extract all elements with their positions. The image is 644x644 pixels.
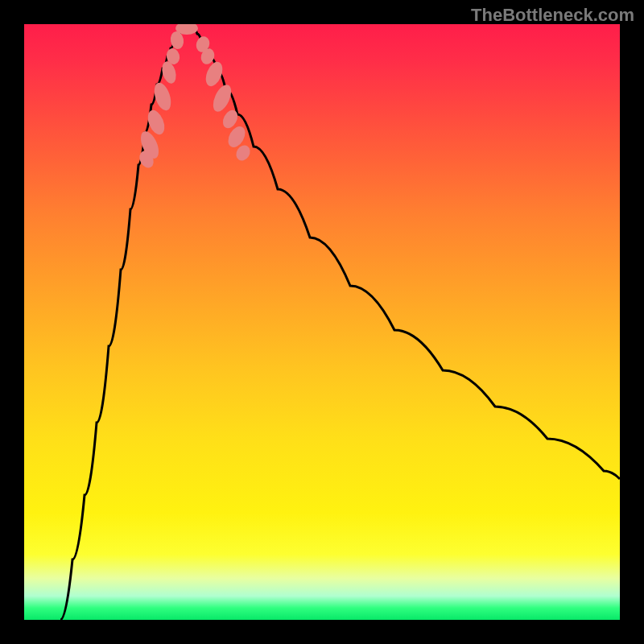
watermark-text: TheBottleneck.com: [471, 5, 634, 26]
chart-svg-overlay: [24, 24, 620, 620]
curve-left-branch: [60, 28, 182, 620]
curve-right-branch: [193, 28, 620, 479]
curve-group: [60, 28, 620, 620]
data-marker: [209, 82, 235, 114]
